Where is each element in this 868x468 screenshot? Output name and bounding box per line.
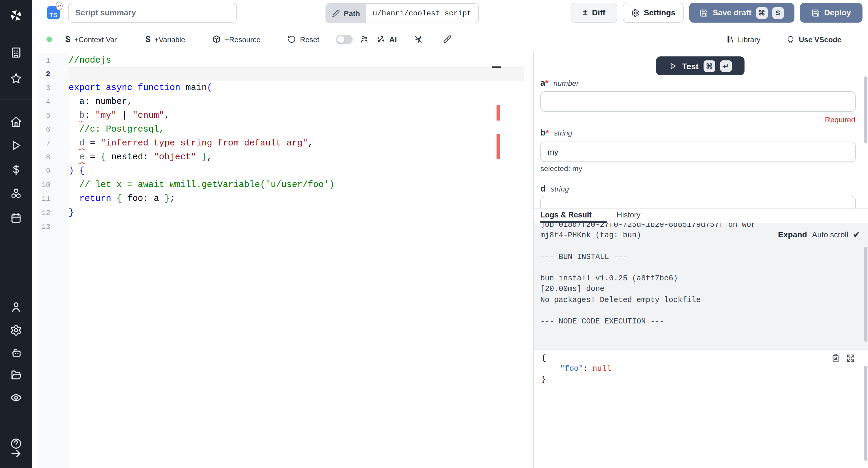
code-line[interactable]: 8 e = { nested: "object" }, bbox=[32, 151, 533, 164]
code-line[interactable]: 3export async function main( bbox=[32, 81, 533, 95]
folders-icon[interactable] bbox=[10, 369, 22, 381]
windmill-logo-icon[interactable] bbox=[9, 8, 23, 23]
autoscroll-label[interactable]: Auto scroll bbox=[812, 230, 848, 239]
code-line[interactable]: 4 a: number, bbox=[32, 95, 533, 109]
use-vscode-button[interactable]: Use VScode bbox=[786, 26, 841, 53]
vscode-cat-icon bbox=[786, 35, 795, 44]
diff-button[interactable]: ± Diff bbox=[571, 3, 617, 23]
result-output: { "foo": null } bbox=[534, 350, 868, 468]
reset-button[interactable]: Reset bbox=[287, 26, 319, 53]
field-b-input[interactable] bbox=[540, 141, 856, 162]
schedules-calendar-icon[interactable] bbox=[10, 212, 22, 224]
home-icon[interactable] bbox=[10, 115, 22, 128]
code-line[interactable]: 7 d = "inferred type string from default… bbox=[32, 137, 533, 151]
script-path[interactable]: Path u/henri/coolest_script bbox=[326, 3, 478, 23]
sidebar-divider bbox=[0, 100, 32, 100]
plus-minus-icon: ± bbox=[583, 8, 587, 18]
kbd-enter: ↵ bbox=[720, 60, 732, 72]
dollar-icon: $ bbox=[146, 34, 150, 44]
logs-scrollbar[interactable] bbox=[864, 247, 867, 342]
code-line[interactable]: 2 bbox=[32, 67, 533, 81]
kbd-cmd: ⌘ bbox=[756, 7, 768, 19]
result-scrollbar[interactable] bbox=[864, 366, 867, 461]
code-line[interactable]: 10 // let x = await wmill.getVariable('u… bbox=[32, 178, 533, 192]
script-summary-input[interactable] bbox=[68, 3, 237, 23]
copy-clipboard-icon[interactable] bbox=[831, 354, 840, 363]
assistant-off-icon[interactable] bbox=[414, 26, 423, 53]
add-resource-button[interactable]: +Resource bbox=[212, 26, 260, 53]
code-lines: 1//nodejs23export async function main(4 … bbox=[32, 54, 533, 234]
log-output[interactable]: job 018d7f20-27f0-725d-1b29-8d85179d757f… bbox=[534, 223, 868, 350]
sidebar bbox=[0, 0, 32, 468]
format-brush-icon[interactable] bbox=[443, 26, 452, 53]
field-a-label: a* number bbox=[540, 78, 579, 88]
code-line[interactable]: 12} bbox=[32, 206, 533, 220]
field-d-label: d string bbox=[540, 184, 569, 194]
windmill-script-editor: TS Path u/henri/coolest_script ± Diff Se… bbox=[0, 0, 868, 468]
save-draft-button[interactable]: Save draft ⌘ S bbox=[689, 3, 795, 23]
tab-logs-result[interactable]: Logs & Result bbox=[540, 211, 592, 222]
log-line bbox=[540, 241, 846, 252]
favorites-star-icon[interactable] bbox=[10, 73, 22, 85]
overview-ruler-error-mark bbox=[497, 105, 500, 121]
deploy-button[interactable]: Deploy bbox=[800, 3, 863, 23]
emoji-badge-icon bbox=[55, 1, 64, 12]
pencil-icon bbox=[332, 9, 340, 17]
code-editor[interactable]: 1//nodejs23export async function main(4 … bbox=[32, 53, 533, 468]
settings-gear-icon[interactable] bbox=[10, 324, 22, 336]
runs-play-icon[interactable] bbox=[10, 139, 22, 152]
multiplayer-users-icon[interactable] bbox=[360, 26, 369, 53]
save-icon bbox=[700, 8, 708, 17]
overview-ruler-cursor bbox=[492, 66, 501, 68]
library-button[interactable]: Library bbox=[725, 26, 761, 53]
users-person-icon[interactable] bbox=[10, 301, 22, 313]
resources-boxes-icon[interactable] bbox=[10, 188, 22, 200]
play-icon bbox=[669, 62, 677, 70]
library-icon bbox=[725, 35, 734, 44]
audit-eye-icon[interactable] bbox=[10, 392, 22, 404]
settings-button[interactable]: Settings bbox=[623, 3, 684, 23]
code-line[interactable]: 1//nodejs bbox=[32, 54, 533, 67]
main-area: TS Path u/henri/coolest_script ± Diff Se… bbox=[32, 0, 868, 468]
path-label: Path bbox=[326, 4, 366, 23]
code-line[interactable]: 5 b: "my" | "enum", bbox=[32, 109, 533, 123]
result-json: { "foo": null } bbox=[541, 353, 611, 385]
log-line bbox=[540, 305, 846, 316]
field-a-required-error: Required bbox=[825, 115, 855, 124]
tab-history[interactable]: History bbox=[617, 211, 641, 222]
overview-ruler-error-mark bbox=[497, 134, 500, 159]
add-variable-button[interactable]: $ +Variable bbox=[146, 26, 185, 53]
kbd-s: S bbox=[772, 7, 784, 19]
check-icon: ✔ bbox=[853, 230, 860, 239]
code-line[interactable]: 11 return { foo: a }; bbox=[32, 192, 533, 206]
log-line: job 018d7f20-27f0-725d-1b29-8d85179d757f… bbox=[540, 223, 846, 230]
field-b-label: b* string bbox=[540, 128, 572, 138]
path-value[interactable]: u/henri/coolest_script bbox=[366, 4, 478, 23]
log-line: [20.00ms] done bbox=[540, 284, 846, 295]
wand-sparkles-icon bbox=[376, 35, 385, 44]
test-button[interactable]: Test ⌘ ↵ bbox=[656, 56, 745, 75]
add-context-var-button[interactable]: $ +Context Var bbox=[65, 26, 117, 53]
preview-panel: Test ⌘ ↵ a* number Required b* string se… bbox=[533, 53, 868, 468]
expand-result-icon[interactable] bbox=[846, 354, 855, 363]
code-line[interactable]: 9) { bbox=[32, 164, 533, 178]
log-line: No packages! Deleted empty lockfile bbox=[540, 295, 846, 306]
expand-sidebar-arrow-icon[interactable] bbox=[10, 447, 22, 460]
workspace-building-icon[interactable] bbox=[10, 46, 22, 59]
ai-button[interactable]: AI bbox=[376, 26, 397, 53]
variables-dollar-icon[interactable] bbox=[10, 164, 22, 176]
log-line: bun install v1.0.25 (a8ff7be6) bbox=[540, 273, 846, 284]
log-line: --- NODE CODE EXECUTION --- bbox=[540, 316, 846, 327]
form-scrollbar[interactable] bbox=[864, 76, 867, 143]
gear-icon bbox=[631, 8, 640, 17]
multiplayer-toggle[interactable] bbox=[336, 35, 352, 44]
expand-logs-button[interactable]: Expand bbox=[778, 230, 807, 239]
code-line[interactable]: 6 //c: Postgresql, bbox=[32, 123, 533, 137]
field-a-input[interactable] bbox=[540, 91, 856, 112]
logs-panel: Logs & Result History job 018d7f20-27f0-… bbox=[534, 208, 868, 468]
rotate-icon bbox=[287, 35, 296, 44]
workers-bot-icon[interactable] bbox=[10, 347, 22, 359]
field-b-selected-hint: selected: my bbox=[540, 164, 582, 173]
code-line[interactable]: 13 bbox=[32, 220, 533, 234]
path-label-text: Path bbox=[344, 9, 360, 18]
